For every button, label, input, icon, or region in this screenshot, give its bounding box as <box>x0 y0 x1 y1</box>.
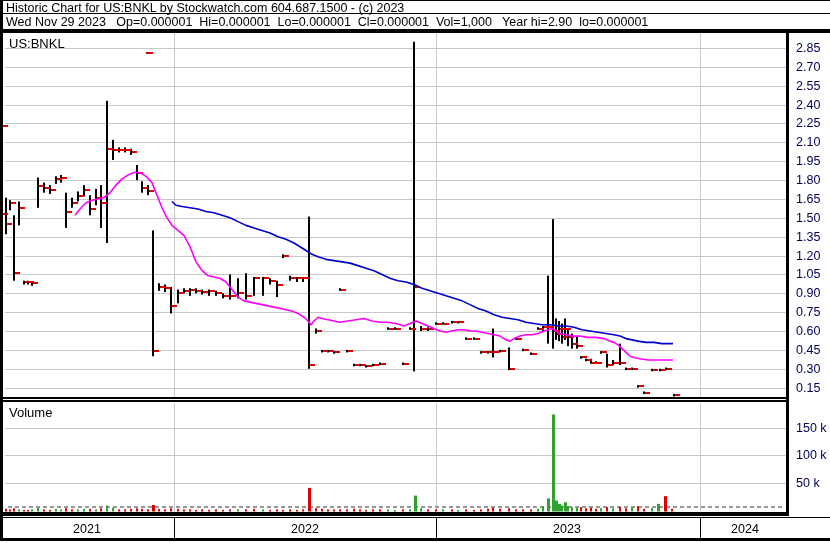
symbol-label: US:BNKL <box>9 36 65 51</box>
volume-tick-label: 100 k <box>796 448 830 462</box>
price-tick-label: 0.90 <box>796 286 830 300</box>
price-tick-label: 0.75 <box>796 305 830 319</box>
volume-tick-label: 150 k <box>796 421 830 435</box>
header-divider <box>0 13 830 14</box>
year-label: 2021 <box>57 521 117 537</box>
price-tick-label: 0.45 <box>796 343 830 357</box>
price-tick-label: 0.60 <box>796 324 830 338</box>
volume-pane-label: Volume <box>9 405 52 420</box>
price-tick-label: 1.35 <box>796 230 830 244</box>
quote-summary: Wed Nov 29 2023 Op=0.000001 Hi=0.000001 … <box>6 15 826 29</box>
price-tick-label: 2.70 <box>796 60 830 74</box>
price-tick-label: 2.40 <box>796 98 830 112</box>
price-tick-label: 1.80 <box>796 173 830 187</box>
volume-tick-label: 50 k <box>796 476 830 490</box>
price-tick-label: 2.55 <box>796 79 830 93</box>
price-tick-label: 2.85 <box>796 41 830 55</box>
year-label: 2022 <box>275 521 335 537</box>
price-tick-label: 2.10 <box>796 135 830 149</box>
price-tick-label: 1.65 <box>796 192 830 206</box>
price-tick-label: 1.20 <box>796 249 830 263</box>
chart-canvas <box>0 0 830 543</box>
stockwatch-chart-window: Historic Chart for US:BNKL by Stockwatch… <box>0 0 830 543</box>
price-tick-label: 0.15 <box>796 381 830 395</box>
price-tick-label: 2.25 <box>796 116 830 130</box>
price-tick-label: 1.95 <box>796 154 830 168</box>
year-label: 2023 <box>537 521 597 537</box>
price-tick-label: 0.30 <box>796 362 830 376</box>
price-tick-label: 1.05 <box>796 267 830 281</box>
year-label: 2024 <box>715 521 775 537</box>
price-tick-label: 1.50 <box>796 211 830 225</box>
